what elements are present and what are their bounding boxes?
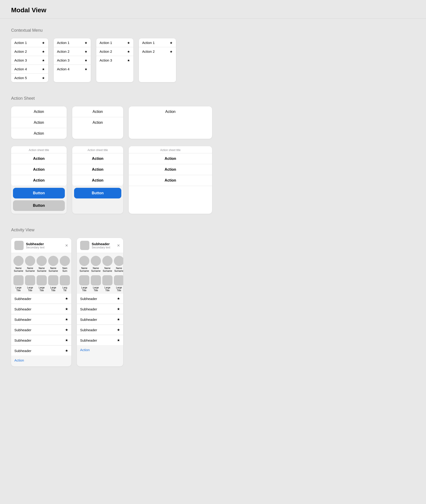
blue-button[interactable]: Button (13, 188, 65, 199)
action-sheet-item[interactable]: Action (72, 106, 123, 117)
subheader-item-label: Subheader (80, 318, 97, 322)
menu-item[interactable]: Action 3 ★ (11, 56, 48, 65)
action-sheet-item[interactable]: Action (11, 128, 67, 139)
action-sheet-with-buttons-2: Action sheet title Action Action Action … (72, 146, 123, 214)
subheader-item-label: Subheader (14, 349, 31, 353)
subheader-list-item[interactable]: Subheader ★ (11, 335, 71, 345)
activity-card-2: Subheader Secondary text ✕ NameSurname N… (77, 238, 123, 366)
action-sheet-bold-item[interactable]: Action (11, 164, 67, 175)
subheader-item-label: Subheader (14, 328, 31, 332)
avatar-item[interactable]: NamSurn (60, 256, 70, 272)
menu-item[interactable]: Action 1 ★ (11, 38, 48, 47)
close-button[interactable]: ✕ (117, 243, 120, 248)
blue-button[interactable]: Button (74, 188, 121, 199)
star-icon: ★ (85, 59, 87, 62)
star-icon: ★ (65, 328, 68, 332)
action-sheet-bold-item[interactable]: Action (72, 175, 123, 186)
action-sheet-bold-item[interactable]: Action (11, 153, 67, 164)
close-button[interactable]: ✕ (65, 243, 68, 248)
square-img (102, 275, 113, 285)
star-icon: ★ (42, 59, 45, 62)
square-item[interactable]: LargeTitle (114, 275, 123, 292)
menu-item[interactable]: Action 5 ★ (11, 74, 48, 82)
avatar-item[interactable]: NameSurname (48, 256, 58, 272)
menu-item[interactable]: Action 3 ★ (96, 56, 133, 64)
menu-item[interactable]: Action 3 ★ (54, 56, 91, 65)
avatar-item[interactable]: NameSurname (14, 256, 24, 272)
action-sheet-card-3: Action (129, 106, 212, 139)
page-title: Modal View (11, 7, 415, 14)
subheader-list-item[interactable]: Subheader ★ (77, 335, 123, 345)
action-sheet-item[interactable]: Action (11, 106, 67, 117)
action-sheet-bold-item[interactable]: Action (72, 153, 123, 164)
square-item[interactable]: LargeTitle (91, 275, 101, 292)
avatar-circle-img (102, 256, 113, 266)
action-sheet-row-1: Action Action Action Action Action Actio… (11, 106, 415, 139)
star-icon: ★ (117, 317, 120, 322)
avatar-item[interactable]: NameSurname (91, 256, 101, 272)
activity-header-1: Subheader Secondary text ✕ (11, 238, 71, 253)
square-item[interactable]: LargeTitle (36, 275, 47, 292)
subheader-list-item[interactable]: Subheader ★ (77, 294, 123, 304)
square-item[interactable]: LargeTitle (48, 275, 58, 292)
square-item[interactable]: LargeTitle (102, 275, 113, 292)
square-row-2: LargeTitle LargeTitle LargeTitle LargeTi… (77, 273, 123, 293)
action-sheet-title: Action sheet title (129, 146, 212, 153)
subheader-list-item[interactable]: Subheader ★ (77, 325, 123, 335)
square-item[interactable]: LargTitl (60, 275, 70, 292)
square-img (48, 275, 58, 285)
action-sheet-bold-item[interactable]: Action (129, 153, 212, 164)
activity-card-1: Subheader Secondary text ✕ NameSurname N… (11, 238, 71, 366)
action-sheet-with-buttons-1: Action sheet title Action Action Action … (11, 146, 67, 214)
action-sheet-bold-item[interactable]: Action (11, 175, 67, 186)
menu-item[interactable]: Action 2 ★ (54, 47, 91, 56)
page-header: Modal View (0, 0, 426, 19)
action-sheet-bold-item[interactable]: Action (129, 175, 212, 186)
avatar (80, 241, 89, 250)
square-img (36, 275, 47, 285)
action-link-2[interactable]: Action (77, 345, 123, 354)
avatar-item[interactable]: NameSurname (114, 256, 123, 272)
action-sheet-item[interactable]: Action (72, 117, 123, 128)
star-icon: ★ (65, 349, 68, 353)
subheader-list-2: Subheader ★ Subheader ★ Subheader ★ Subh… (77, 293, 123, 345)
action-sheet-bold-item[interactable]: Action (72, 164, 123, 175)
subheader-list-item[interactable]: Subheader ★ (11, 315, 71, 324)
menu-item[interactable]: Action 4 ★ (11, 65, 48, 74)
subheader-list-item[interactable]: Subheader ★ (77, 304, 123, 314)
star-icon: ★ (85, 67, 87, 71)
menu-item[interactable]: Action 2 ★ (11, 47, 48, 56)
gray-button[interactable]: Button (13, 200, 65, 211)
action-sheet-item[interactable]: Action (129, 106, 212, 117)
square-item[interactable]: LargeTitle (14, 275, 24, 292)
subheader-list-item[interactable]: Subheader ★ (11, 325, 71, 335)
avatar-item[interactable]: NameSurname (102, 256, 113, 272)
action-link-1[interactable]: Action (11, 356, 71, 365)
avatar-item[interactable]: NameSurname (36, 256, 47, 272)
action-sheet-bold-item[interactable]: Action (129, 164, 212, 175)
avatar-item[interactable]: NameSurname (79, 256, 89, 272)
menu-item[interactable]: Action 4 ★ (54, 65, 91, 73)
subheader-list-item[interactable]: Subheader ★ (11, 294, 71, 304)
subheader-item-label: Subheader (80, 338, 97, 342)
square-item[interactable]: LargeTitle (79, 275, 89, 292)
menu-card-1: Action 1 ★ Action 2 ★ Action 3 ★ Action … (11, 38, 48, 82)
square-item[interactable]: LargeTitle (25, 275, 35, 292)
avatar-item[interactable]: NameSurname (25, 256, 35, 272)
star-icon: ★ (127, 41, 130, 45)
subheader-item-label: Subheader (80, 297, 97, 301)
action-sheet-item[interactable]: Action (11, 117, 67, 128)
menu-item[interactable]: Action 2 ★ (96, 47, 133, 56)
activity-grid: Subheader Secondary text ✕ NameSurname N… (11, 238, 415, 366)
menu-item[interactable]: Action 1 ★ (96, 38, 133, 47)
subheader-list-item[interactable]: Subheader ★ (11, 346, 71, 356)
subheader-list-item[interactable]: Subheader ★ (11, 304, 71, 314)
star-icon: ★ (117, 297, 120, 301)
star-icon: ★ (42, 41, 45, 45)
subheader-list-item[interactable]: Subheader ★ (77, 315, 123, 324)
menu-item[interactable]: Action 1 ★ (139, 38, 176, 47)
action-sheet-title: Action sheet title (11, 146, 67, 153)
menu-item[interactable]: Action 1 ★ (54, 38, 91, 47)
menu-item[interactable]: Action 2 ★ (139, 47, 176, 56)
star-icon: ★ (65, 297, 68, 301)
